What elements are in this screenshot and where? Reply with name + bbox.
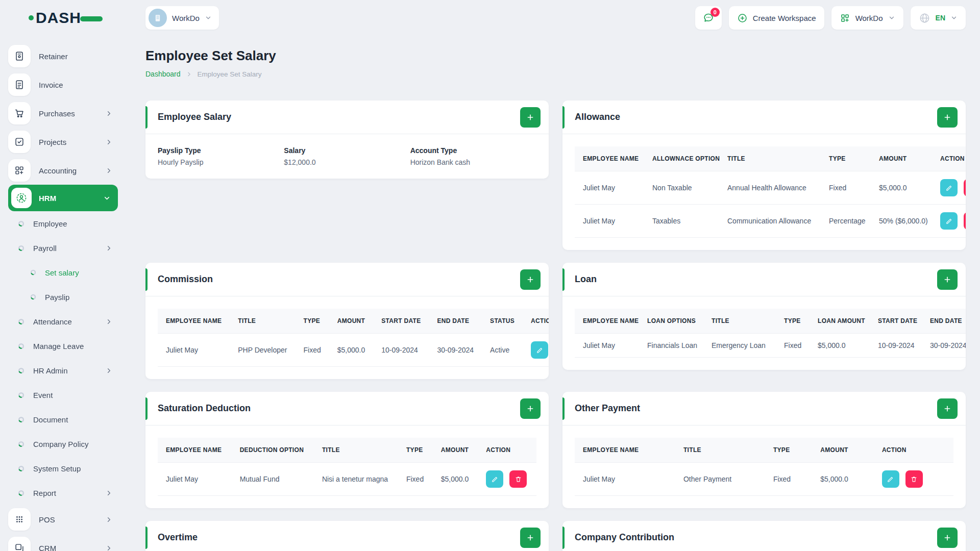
cell-type: Fixed: [765, 463, 812, 496]
sidebar-item-set-salary[interactable]: Set salary: [8, 260, 130, 285]
sidebar-item-payroll[interactable]: Payroll: [8, 236, 130, 260]
workdo-menu-button[interactable]: WorkDo: [831, 6, 903, 30]
edit-button[interactable]: [940, 179, 958, 196]
language-selector[interactable]: EN: [911, 6, 966, 30]
sidebar-item-label: Retainer: [39, 52, 68, 61]
column-header: TYPE: [821, 146, 871, 171]
purchases-icon: [8, 102, 31, 124]
cell-title: Nisi a tenetur magna: [314, 463, 398, 496]
plus-icon: [526, 113, 534, 121]
sidebar-item-label: Accounting: [39, 166, 77, 175]
sidebar-item-retainer[interactable]: Retainer: [8, 42, 130, 70]
chevron-right-icon: [105, 318, 113, 325]
cell-amount: $5,000.0: [329, 334, 374, 367]
column-header: AMOUNT: [433, 438, 478, 463]
sidebar-item-crm[interactable]: CRM: [8, 534, 130, 551]
column-header: AMOUNT: [812, 438, 874, 463]
pencil-icon: [536, 346, 544, 354]
field-value: Horizon Bank cash: [410, 158, 536, 166]
sidebar-item-label: Report: [33, 489, 56, 497]
other-payment-table: EMPLOYEE NAME TITLE TYPE AMOUNT ACTION J…: [575, 438, 953, 496]
cell-type: Fixed: [296, 334, 329, 367]
cell-allowance-option: Non Taxable: [644, 171, 719, 205]
cell-deduction-option: Mutual Fund: [232, 463, 314, 496]
chevron-right-icon: [105, 244, 113, 252]
create-workspace-button[interactable]: Create Workspace: [729, 6, 824, 30]
sidebar-item-label: Company Policy: [33, 440, 88, 448]
cell-action: [932, 205, 966, 238]
cell-type: Fixed: [776, 334, 810, 358]
sidebar-item-label: Event: [33, 391, 53, 399]
edit-button[interactable]: [486, 470, 503, 488]
card-accent-bar: [562, 527, 565, 549]
column-header: AMOUNT: [329, 309, 374, 334]
breadcrumb-dashboard-link[interactable]: Dashboard: [145, 70, 181, 78]
cell-status: Active: [482, 334, 523, 367]
edit-button[interactable]: [531, 341, 548, 359]
messages-button[interactable]: 0: [695, 6, 722, 30]
pencil-icon: [945, 217, 953, 225]
cell-amount: $5,000.0: [812, 463, 874, 496]
topbar-actions: 0 Create Workspace WorkDo EN: [695, 6, 966, 30]
column-header: END DATE: [922, 309, 966, 334]
sidebar-item-attendance[interactable]: Attendance: [8, 309, 130, 334]
bullet-icon: [17, 440, 25, 448]
sidebar-item-event[interactable]: Event: [8, 383, 130, 407]
add-employee-salary-button[interactable]: [520, 107, 541, 128]
sidebar-item-payslip[interactable]: Payslip: [8, 285, 130, 309]
column-header: TYPE: [398, 438, 433, 463]
cell-title: PHP Developer: [230, 334, 295, 367]
add-allowance-button[interactable]: [937, 107, 958, 128]
table-header-row: EMPLOYEE NAME TITLE TYPE AMOUNT START DA…: [158, 309, 549, 334]
card-title: Loan: [575, 274, 597, 285]
bullet-icon: [30, 269, 37, 276]
loan-card-body: EMPLOYEE NAME LOAN OPTIONS TITLE TYPE LO…: [562, 296, 966, 370]
workspace-grid-icon: [840, 13, 850, 23]
workspace-selector[interactable]: WorkDo: [145, 6, 219, 30]
column-header: START DATE: [870, 309, 922, 334]
sidebar-item-system-setup[interactable]: System Setup: [8, 456, 130, 481]
delete-button[interactable]: [964, 212, 966, 230]
delete-button[interactable]: [509, 470, 527, 488]
sidebar-item-company-policy[interactable]: Company Policy: [8, 432, 130, 456]
loan-card: Loan EMPLOYEE NAME LOAN OPTIONS TITLE TY…: [562, 263, 966, 370]
add-saturation-deduction-button[interactable]: [520, 398, 541, 419]
sidebar-item-projects[interactable]: Projects: [8, 128, 130, 156]
column-header: TYPE: [765, 438, 812, 463]
add-other-payment-button[interactable]: [937, 398, 958, 419]
chevron-right-icon: [105, 110, 113, 117]
add-overtime-button[interactable]: [520, 528, 541, 548]
company-contribution-card: Company Contribution: [562, 521, 966, 551]
edit-button[interactable]: [882, 470, 899, 488]
sidebar-item-label: Invoice: [39, 81, 63, 89]
sidebar-item-report[interactable]: Report: [8, 481, 130, 505]
chevron-right-icon: [105, 489, 113, 497]
saturation-deduction-card-header: Saturation Deduction: [145, 392, 549, 425]
sidebar-item-purchases[interactable]: Purchases: [8, 99, 130, 128]
sidebar-item-employee[interactable]: Employee: [8, 211, 130, 236]
sidebar-item-label: Attendance: [33, 317, 72, 326]
cell-action: [932, 171, 966, 205]
table-row: Juliet May PHP Developer Fixed $5,000.0 …: [158, 334, 549, 367]
sidebar-item-invoice[interactable]: Invoice: [8, 70, 130, 99]
edit-button[interactable]: [940, 212, 958, 230]
delete-button[interactable]: [964, 179, 966, 196]
column-header: END DATE: [429, 309, 482, 334]
sidebar-item-accounting[interactable]: Accounting: [8, 156, 130, 185]
add-loan-button[interactable]: [937, 269, 958, 290]
sidebar-item-pos[interactable]: POS: [8, 505, 130, 534]
pencil-icon: [491, 475, 499, 483]
bullet-icon: [17, 391, 25, 399]
column-header: START DATE: [373, 309, 429, 334]
delete-button[interactable]: [905, 470, 923, 488]
add-company-contribution-button[interactable]: [937, 528, 958, 548]
create-workspace-label: Create Workspace: [753, 14, 816, 22]
sidebar-item-hr-admin[interactable]: HR Admin: [8, 358, 130, 383]
sidebar-item-hrm[interactable]: HRM: [8, 185, 118, 211]
sidebar-item-document[interactable]: Document: [8, 407, 130, 432]
add-commission-button[interactable]: [520, 269, 541, 290]
cell-loan-option: Financials Loan: [639, 334, 703, 358]
chevron-down-icon: [205, 14, 212, 21]
cell-loan-amount: $5,000.0: [810, 334, 870, 358]
sidebar-item-manage-leave[interactable]: Manage Leave: [8, 334, 130, 358]
